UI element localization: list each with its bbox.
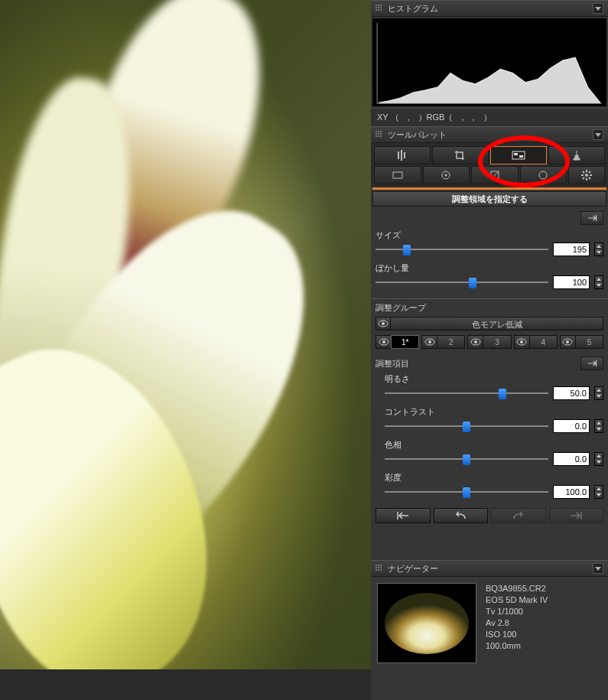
visibility-toggle[interactable] (376, 335, 391, 349)
tool-tab-partial-adjust[interactable] (490, 146, 547, 164)
contrast-value[interactable]: 0.0 (553, 419, 590, 433)
contrast-spinner[interactable] (594, 419, 603, 433)
spinner-up[interactable] (595, 420, 603, 426)
visibility-toggle[interactable] (514, 335, 529, 349)
slider-thumb[interactable] (463, 422, 470, 432)
collapse-button[interactable] (593, 129, 603, 140)
subgroup-2[interactable]: 2 (421, 335, 465, 349)
spinner-up[interactable] (595, 387, 603, 393)
blur-label: ぼかし量 (376, 262, 603, 274)
subgroup-4[interactable]: 4 (514, 335, 558, 349)
spinner-down[interactable] (595, 393, 603, 399)
info-iso: ISO 100 (486, 629, 548, 640)
spinner-up[interactable] (595, 453, 603, 459)
slider-thumb[interactable] (463, 487, 470, 498)
svg-rect-6 (393, 172, 402, 178)
info-av: Av 2.8 (486, 617, 548, 629)
brightness-value[interactable]: 50.0 (553, 386, 590, 400)
eye-icon (562, 338, 573, 346)
visibility-toggle[interactable] (560, 335, 575, 349)
spinner-up[interactable] (595, 276, 603, 282)
slider-thumb[interactable] (403, 245, 411, 256)
thumbnail-image (385, 593, 469, 654)
brightness-spinner[interactable] (594, 386, 603, 400)
tool-tab-1[interactable] (374, 146, 431, 164)
svg-point-11 (539, 171, 547, 179)
moire-reduction-label[interactable]: 色モアレ低減 (391, 317, 603, 330)
subgroup-label: 5 (575, 335, 603, 349)
collapse-button[interactable] (593, 3, 603, 14)
partial-adjust-icon (512, 151, 525, 160)
contrast-label: コントラスト (385, 406, 603, 418)
tool-tab-b2[interactable] (423, 166, 470, 184)
spinner-down[interactable] (595, 459, 603, 465)
eye-icon (424, 338, 435, 346)
svg-line-18 (589, 177, 590, 179)
size-spinner[interactable] (594, 243, 603, 256)
svg-point-25 (382, 340, 385, 343)
blur-slider[interactable] (376, 277, 548, 288)
visibility-toggle[interactable] (376, 317, 391, 330)
saturation-value[interactable]: 100.0 (553, 485, 590, 499)
hue-slider[interactable] (385, 454, 548, 464)
radial-icon (441, 170, 451, 181)
undo-all-icon (395, 511, 411, 520)
reset-region-button[interactable] (580, 211, 603, 225)
contrast-slider[interactable] (385, 421, 548, 431)
hue-value[interactable]: 0.0 (553, 452, 590, 466)
spinner-down[interactable] (595, 492, 603, 498)
subgroup-3[interactable]: 3 (467, 335, 511, 349)
subgroup-1[interactable]: 1* (376, 335, 419, 349)
slider-thumb[interactable] (499, 389, 506, 399)
undo-all-button[interactable] (376, 508, 431, 523)
svg-point-23 (382, 322, 385, 325)
saturation-spinner[interactable] (594, 485, 603, 499)
tool-tab-b4[interactable] (520, 166, 567, 184)
visibility-toggle[interactable] (421, 335, 437, 349)
spinner-down[interactable] (595, 282, 603, 288)
tool-tab-settings[interactable] (568, 166, 605, 184)
tool-tabs-area (371, 143, 608, 187)
navigator-header[interactable]: ナビゲーター (371, 560, 608, 577)
brightness-slider[interactable] (385, 388, 548, 399)
hue-spinner[interactable] (594, 452, 603, 466)
slider-thumb[interactable] (463, 454, 470, 465)
subgroup-label: 1* (391, 335, 419, 349)
svg-point-31 (520, 340, 523, 343)
collapse-button[interactable] (593, 563, 603, 574)
blur-spinner[interactable] (594, 275, 603, 289)
eye-icon (470, 338, 481, 346)
visibility-toggle[interactable] (467, 335, 483, 349)
spinner-up[interactable] (595, 486, 603, 492)
spinner-up[interactable] (595, 243, 603, 249)
navigator-thumbnail[interactable] (377, 583, 476, 663)
subgroup-label: 3 (483, 335, 511, 349)
subgroup-label: 2 (437, 335, 465, 349)
histogram-panel-header[interactable]: ヒストグラム (371, 0, 608, 17)
undo-button[interactable] (434, 508, 489, 523)
tool-tab-b3[interactable] (471, 166, 519, 184)
slider-thumb[interactable] (469, 278, 476, 288)
preview-image[interactable] (0, 0, 371, 669)
histogram-title: ヒストグラム (388, 3, 593, 15)
reset-items-button[interactable] (580, 357, 603, 370)
spinner-down[interactable] (595, 426, 603, 432)
redo-button[interactable] (491, 508, 546, 523)
navigator-info: BQ3A9855.CR2 EOS 5D Mark IV Tv 1/1000 Av… (486, 583, 548, 663)
brightness-label: 明るさ (385, 373, 603, 385)
redo-all-button[interactable] (549, 508, 604, 523)
tool-tab-crop[interactable] (432, 146, 489, 164)
adjust-region-bar[interactable]: 調整領域を指定する (372, 191, 606, 207)
saturation-slider[interactable] (385, 487, 548, 497)
blur-value[interactable]: 100 (553, 275, 590, 289)
size-value[interactable]: 195 (553, 243, 590, 256)
tool-palette-header[interactable]: ツールパレット (371, 126, 608, 143)
tool-tab-b1[interactable] (374, 166, 421, 184)
size-slider[interactable] (376, 244, 548, 255)
tool-tab-stamp[interactable] (548, 146, 605, 164)
svg-rect-5 (519, 155, 523, 158)
spinner-down[interactable] (595, 249, 603, 256)
subgroup-5[interactable]: 5 (560, 335, 603, 349)
redo-all-icon (568, 511, 584, 520)
histogram-chart[interactable] (372, 18, 606, 106)
